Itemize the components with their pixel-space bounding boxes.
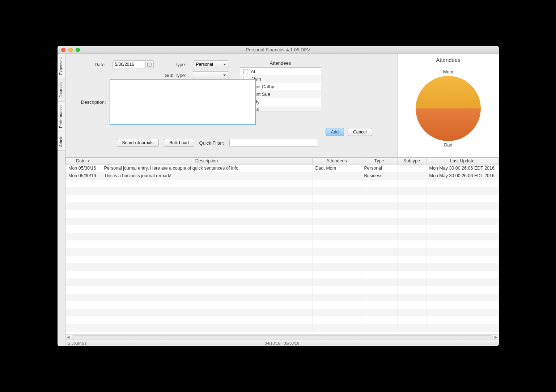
table-row[interactable] (65, 233, 498, 240)
cell (361, 233, 397, 240)
cell (397, 263, 426, 271)
cell (101, 263, 312, 271)
scroll-left-icon[interactable]: ◀ (65, 335, 71, 340)
sidetab-admin[interactable]: Admin (58, 132, 65, 151)
cell (361, 218, 397, 225)
cell (312, 278, 361, 286)
cell (361, 187, 397, 195)
pie-label-bottom: Dad (444, 142, 453, 148)
table-row[interactable] (65, 225, 498, 233)
attendees-label: Attendees (270, 60, 291, 66)
table-row[interactable] (65, 256, 498, 263)
table-row[interactable] (65, 240, 498, 248)
add-button[interactable]: Add (326, 128, 344, 136)
cell (65, 210, 101, 218)
type-select-wrap: Personal (193, 60, 229, 68)
table-row[interactable] (65, 278, 498, 286)
cell (65, 233, 101, 240)
type-select[interactable]: Personal (193, 60, 229, 68)
cell (312, 316, 361, 324)
table-row[interactable] (65, 195, 498, 203)
cell (101, 256, 312, 263)
description-input[interactable] (110, 79, 256, 125)
cell (101, 286, 312, 294)
cell (312, 172, 361, 180)
cancel-button[interactable]: Cancel (348, 128, 372, 136)
search-journals-button[interactable]: Search Journals (117, 139, 159, 147)
attendee-item[interactable]: Al (240, 68, 321, 75)
table-row[interactable] (65, 210, 498, 218)
scroll-track[interactable] (72, 335, 493, 339)
col-attendees[interactable]: Attendees (312, 158, 361, 165)
cell (426, 218, 498, 225)
cell (426, 203, 498, 210)
description-label: Description: (76, 99, 106, 105)
cell (426, 324, 498, 332)
chart-title: Attendees (436, 57, 460, 63)
top-panel: Date: Type: (65, 54, 499, 157)
cell (65, 263, 101, 271)
table-row[interactable] (65, 187, 498, 195)
cell (65, 294, 101, 301)
cell (361, 195, 397, 203)
table-row[interactable]: Mon 05/30/16This is a business journal r… (65, 172, 498, 180)
quickfilter-input[interactable] (229, 139, 318, 147)
subtype-select[interactable] (193, 71, 229, 79)
cell (397, 195, 426, 203)
cell (426, 263, 498, 271)
cell (361, 271, 397, 278)
table-row[interactable] (65, 271, 498, 278)
chart-pane: Attendees Mom Dad (398, 54, 499, 157)
sidetab-expenses[interactable]: Expenses (58, 54, 65, 79)
table-row[interactable] (65, 263, 498, 271)
col-last-update[interactable]: Last Update (426, 158, 498, 165)
sidetab-journals[interactable]: Journals (58, 79, 65, 102)
table-row[interactable] (65, 180, 498, 187)
table-row[interactable] (65, 248, 498, 256)
table-row[interactable] (65, 301, 498, 309)
cell (397, 309, 426, 316)
cell: Business (361, 172, 397, 180)
cell (361, 324, 397, 332)
cell (312, 225, 361, 233)
table-row[interactable]: Mon 05/30/16Personal journal entry. Here… (65, 165, 498, 172)
table-row[interactable] (65, 218, 498, 225)
calendar-button[interactable] (146, 60, 154, 68)
table-row[interactable] (65, 309, 498, 316)
horizontal-scrollbar[interactable]: ◀ ▶ (65, 334, 499, 340)
form-area: Date: Type: (65, 54, 398, 157)
pie-slice-dad (416, 108, 481, 141)
col-description[interactable]: Description (101, 158, 312, 165)
journal-grid[interactable]: Date▼ Description Attendees Type Subtype… (65, 157, 499, 334)
cell (312, 203, 361, 210)
cell (101, 210, 312, 218)
cell: Mon 05/30/16 (65, 172, 101, 180)
col-subtype[interactable]: Subtype (397, 158, 426, 165)
table-row[interactable] (65, 294, 498, 301)
table-row[interactable] (65, 324, 498, 332)
col-date[interactable]: Date▼ (65, 158, 101, 165)
table-row[interactable] (65, 316, 498, 324)
table-row[interactable] (65, 203, 498, 210)
col-type[interactable]: Type (361, 158, 397, 165)
cell (312, 195, 361, 203)
table-row[interactable] (65, 286, 498, 294)
cell (361, 180, 397, 187)
cell (101, 316, 312, 324)
sidetab-performance[interactable]: Performance (58, 102, 65, 132)
cell (65, 278, 101, 286)
cell (65, 301, 101, 309)
cell (312, 210, 361, 218)
status-date-range: 04/18/16 - 05/30/16 (65, 341, 499, 345)
bulk-load-button[interactable]: Bulk Load (164, 139, 194, 147)
cell (312, 294, 361, 301)
scroll-right-icon[interactable]: ▶ (493, 335, 499, 340)
date-input[interactable] (113, 60, 146, 68)
cell (397, 180, 426, 187)
cell (397, 187, 426, 195)
attendee-checkbox[interactable] (243, 69, 248, 74)
attendee-name: Al (251, 69, 255, 74)
cell (397, 294, 426, 301)
calendar-icon (147, 62, 152, 67)
cell (65, 180, 101, 187)
